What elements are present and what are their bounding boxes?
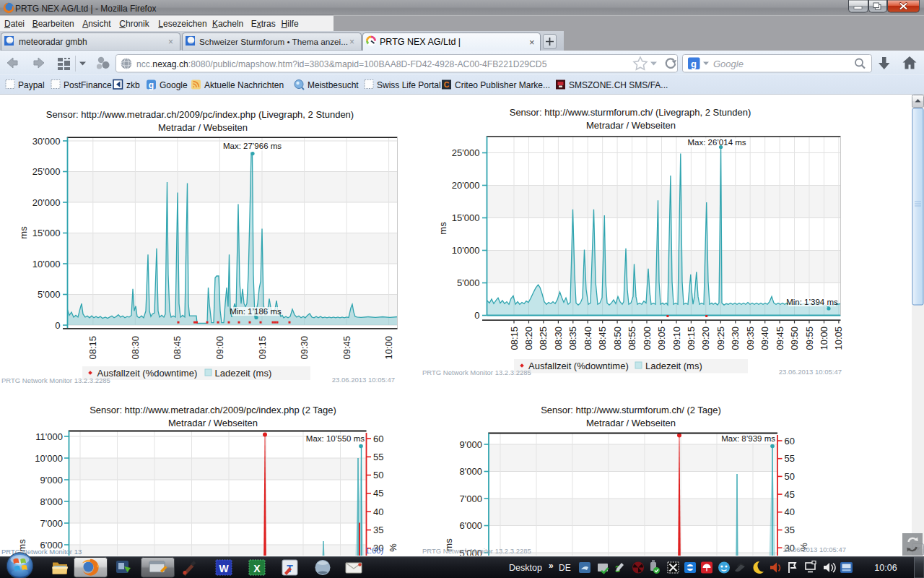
svg-text:meteoradar gmbh: meteoradar gmbh: [19, 37, 87, 47]
svg-text:Hilfe: Hilfe: [282, 19, 299, 29]
svg-text:SMSZONE.CH SMS/FA...: SMSZONE.CH SMS/FA...: [569, 80, 668, 90]
svg-text:10:00: 10:00: [819, 327, 829, 350]
svg-text:Max: 10’550 ms: Max: 10’550 ms: [306, 434, 365, 443]
svg-text:09:20: 09:20: [700, 327, 711, 350]
svg-text:08:45: 08:45: [172, 336, 183, 360]
svg-text:20'000: 20'000: [32, 197, 61, 208]
svg-text:Schweizer Sturmforum • Thema a: Schweizer Sturmforum • Thema anzei...: [199, 37, 348, 46]
svg-text:10:06: 10:06: [874, 563, 897, 573]
svg-text:09:00: 09:00: [214, 336, 225, 360]
svg-text:×: ×: [168, 37, 173, 47]
svg-text:PRTG Network Monitor 13.2.3.22: PRTG Network Monitor 13.2.3.2285: [422, 368, 531, 376]
svg-text:Metradar / Webseiten: Metradar / Webseiten: [158, 122, 248, 133]
svg-text:09:45: 09:45: [775, 327, 785, 350]
svg-text:PRTG Network Monitor 13.2.3.22: PRTG Network Monitor 13.2.3.2285: [1, 376, 110, 384]
svg-text:08:20: 08:20: [523, 327, 534, 350]
svg-text:DE: DE: [559, 563, 571, 573]
svg-text:×: ×: [349, 37, 354, 47]
svg-text:9'000: 9'000: [40, 475, 63, 486]
svg-text:09:25: 09:25: [715, 327, 726, 350]
svg-text:Ladezeit (ms): Ladezeit (ms): [645, 361, 702, 371]
svg-text:×: ×: [529, 37, 535, 48]
svg-text:09:30: 09:30: [730, 327, 741, 350]
svg-text:09:15: 09:15: [686, 327, 697, 350]
svg-text:6'000: 6'000: [460, 520, 482, 531]
svg-text:Min: 1’394 ms: Min: 1’394 ms: [786, 298, 838, 306]
svg-text:45: 45: [373, 488, 383, 499]
svg-text:15'000: 15'000: [32, 228, 61, 238]
svg-text:10'000: 10'000: [452, 245, 480, 256]
svg-text:»: »: [549, 561, 554, 571]
svg-text:g: g: [149, 80, 154, 90]
svg-text:0: 0: [55, 320, 60, 331]
svg-text:Google: Google: [160, 80, 188, 90]
svg-text:Lesezeichen: Lesezeichen: [158, 19, 206, 29]
svg-text:45: 45: [785, 489, 795, 500]
svg-text:%: %: [388, 543, 398, 552]
svg-text:5'000: 5'000: [457, 277, 479, 288]
svg-text:08:40: 08:40: [583, 327, 593, 350]
svg-text:W: W: [219, 563, 229, 574]
svg-text:Max: 8’939 ms: Max: 8’939 ms: [721, 434, 775, 443]
svg-text:Ausfallzeit (%downtime): Ausfallzeit (%downtime): [97, 368, 198, 379]
svg-text:C: C: [444, 80, 450, 89]
svg-text:23.06.2013 10:05:47: 23.06.2013 10:05:47: [779, 368, 842, 376]
svg-text:30'000: 30'000: [32, 136, 61, 147]
svg-text:Metradar / Webseiten: Metradar / Webseiten: [168, 418, 258, 428]
svg-text:Metradar / Webseiten: Metradar / Webseiten: [586, 418, 676, 428]
svg-text:0: 0: [474, 310, 479, 321]
svg-text:Sensor: http://www.sturmforum.: Sensor: http://www.sturmforum.ch/ (Liveg…: [510, 107, 751, 118]
svg-text:Metradar / Webseiten: Metradar / Webseiten: [586, 120, 676, 131]
svg-text:40: 40: [785, 506, 795, 517]
svg-text:50: 50: [373, 470, 383, 480]
svg-text:25'000: 25'000: [32, 166, 61, 177]
svg-text:Kacheln: Kacheln: [212, 19, 243, 29]
svg-text:Chronik: Chronik: [119, 19, 149, 29]
svg-text:zkb: zkb: [126, 80, 140, 90]
svg-text:08:55: 08:55: [627, 327, 637, 350]
svg-text:Desktop: Desktop: [509, 563, 542, 573]
svg-text:Bearbeiten: Bearbeiten: [32, 19, 74, 29]
svg-text:10:00: 10:00: [383, 336, 394, 360]
svg-text:PRTG NEX AG/Ltd |: PRTG NEX AG/Ltd |: [380, 37, 461, 47]
svg-text:Datei: Datei: [4, 19, 25, 29]
svg-text:15'000: 15'000: [452, 212, 480, 223]
svg-text:10:05: 10:05: [833, 327, 844, 350]
svg-text:08:15: 08:15: [509, 327, 520, 350]
svg-text:09:00: 09:00: [642, 327, 653, 350]
svg-text:Meistbesucht: Meistbesucht: [308, 80, 359, 90]
svg-text:09:30: 09:30: [299, 336, 310, 360]
svg-text:20'000: 20'000: [452, 180, 480, 191]
svg-text:55: 55: [785, 453, 795, 464]
svg-text:23.06.2013 10:05:47: 23.06.2013 10:05:47: [783, 545, 846, 553]
svg-text:PRTG NEX AG/Ltd | - Mozilla Fi: PRTG NEX AG/Ltd | - Mozilla Firefox: [15, 4, 157, 14]
svg-text:Google: Google: [713, 59, 744, 69]
svg-text:Ladezeit (ms): Ladezeit (ms): [215, 368, 272, 379]
svg-text:8'000: 8'000: [460, 466, 482, 477]
svg-text:PRTG Network Monitor 13.2.3.22: PRTG Network Monitor 13.2.3.2285: [422, 547, 531, 555]
svg-text:08:25: 08:25: [538, 327, 549, 350]
svg-text:Min: 1’186 ms: Min: 1’186 ms: [230, 307, 282, 316]
svg-text:09:40: 09:40: [759, 327, 770, 350]
svg-text:09:15: 09:15: [257, 336, 268, 360]
svg-text:23.06.2013 10:05:47: 23.06.2013 10:05:47: [332, 376, 395, 384]
svg-text:08:35: 08:35: [567, 327, 578, 350]
svg-text:10'000: 10'000: [32, 259, 61, 269]
svg-text:35: 35: [785, 525, 795, 535]
svg-text:10'000: 10'000: [35, 453, 63, 464]
svg-text:1:00): 1:00): [365, 546, 383, 555]
svg-text:09:45: 09:45: [341, 336, 352, 360]
svg-text:08:30: 08:30: [130, 336, 141, 360]
svg-text:7'000: 7'000: [460, 493, 482, 504]
svg-text:8'000: 8'000: [40, 496, 63, 507]
svg-text:Criteo Publisher Marke...: Criteo Publisher Marke...: [455, 80, 550, 90]
svg-text:Max: 27’966 ms: Max: 27’966 ms: [223, 142, 282, 150]
svg-text:9'000: 9'000: [460, 439, 482, 450]
svg-text:5'000: 5'000: [38, 289, 60, 300]
svg-text:08:30: 08:30: [553, 327, 564, 350]
svg-text:08:50: 08:50: [612, 327, 623, 350]
svg-text:7'000: 7'000: [40, 518, 63, 529]
svg-text:09:10: 09:10: [671, 327, 682, 350]
svg-text:Ansicht: Ansicht: [82, 19, 111, 29]
svg-text:ncc.nexag.ch:8080/public/mapsh: ncc.nexag.ch:8080/public/mapshow.htm?id=…: [136, 59, 547, 69]
